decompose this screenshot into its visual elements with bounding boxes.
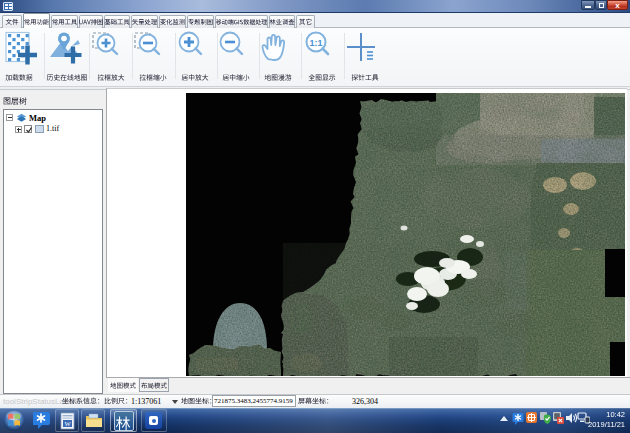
svg-text:1:1: 1:1 — [309, 38, 322, 48]
svg-text:W: W — [64, 420, 71, 427]
